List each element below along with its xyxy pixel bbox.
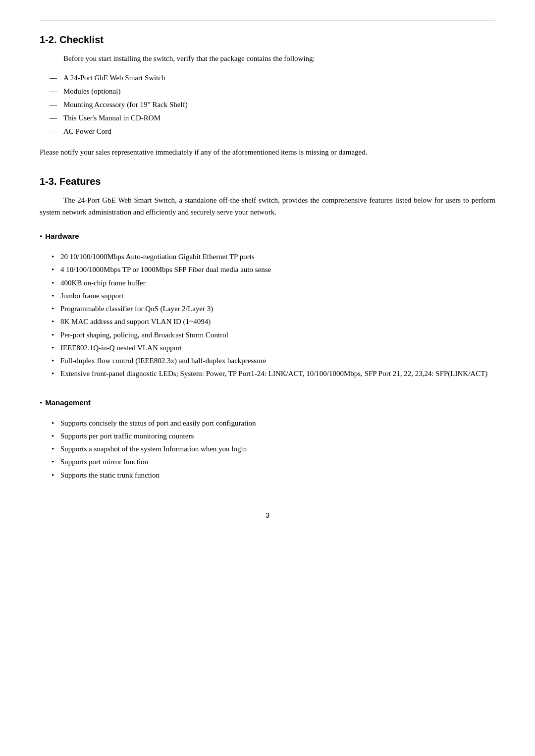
list-item: Per-port shaping, policing, and Broadcas… <box>52 328 495 341</box>
top-border <box>40 20 495 20</box>
list-item: Supports the static trunk function <box>52 469 495 482</box>
management-header: • Management <box>40 394 495 412</box>
checklist-list: A 24-Port GbE Web Smart Switch Modules (… <box>50 71 495 138</box>
hardware-title: Hardware <box>45 232 79 240</box>
management-list: Supports concisely the status of port an… <box>52 417 495 482</box>
page-number: 3 <box>40 511 495 519</box>
list-item: Jumbo frame support <box>52 289 495 302</box>
notify-text: Please notify your sales representative … <box>40 146 495 158</box>
list-item: Full-duplex flow control (IEEE802.3x) an… <box>52 354 495 367</box>
list-item: 400KB on-chip frame buffer <box>52 276 495 289</box>
list-item: Mounting Accessory (for 19" Rack Shelf) <box>50 98 495 111</box>
list-item: Programmable classifier for QoS (Layer 2… <box>52 302 495 315</box>
list-item: A 24-Port GbE Web Smart Switch <box>50 71 495 85</box>
list-item: 4 10/100/1000Mbps TP or 1000Mbps SFP Fib… <box>52 263 495 276</box>
hardware-bullet: • <box>40 232 42 241</box>
list-item: This User's Manual in CD-ROM <box>50 111 495 125</box>
features-title: 1-3. Features <box>40 176 495 187</box>
list-item: Supports port mirror function <box>52 455 495 468</box>
hardware-list: 20 10/100/1000Mbps Auto-negotiation Giga… <box>52 250 495 380</box>
management-bullet: • <box>40 399 42 407</box>
list-item: Extensive front-panel diagnostic LEDs; S… <box>52 367 495 380</box>
hardware-header: • Hardware <box>40 228 495 245</box>
list-item: 8K MAC address and support VLAN ID (1~40… <box>52 315 495 328</box>
features-intro: The 24-Port GbE Web Smart Switch, a stan… <box>40 194 495 218</box>
list-item: Supports a snapshot of the system Inform… <box>52 442 495 455</box>
list-item: 20 10/100/1000Mbps Auto-negotiation Giga… <box>52 250 495 263</box>
management-title: Management <box>45 398 91 407</box>
list-item: Supports per port traffic monitoring cou… <box>52 430 495 442</box>
checklist-title: 1-2. Checklist <box>40 34 495 46</box>
features-section: 1-3. Features The 24-Port GbE Web Smart … <box>40 176 495 482</box>
checklist-intro: Before you start installing the switch, … <box>40 53 495 64</box>
list-item: Supports concisely the status of port an… <box>52 417 495 430</box>
list-item: IEEE802.1Q-in-Q nested VLAN support <box>52 341 495 354</box>
list-item: Modules (optional) <box>50 85 495 98</box>
list-item: AC Power Cord <box>50 125 495 138</box>
checklist-section: 1-2. Checklist Before you start installi… <box>40 34 495 158</box>
management-section: • Management Supports concisely the stat… <box>40 394 495 482</box>
